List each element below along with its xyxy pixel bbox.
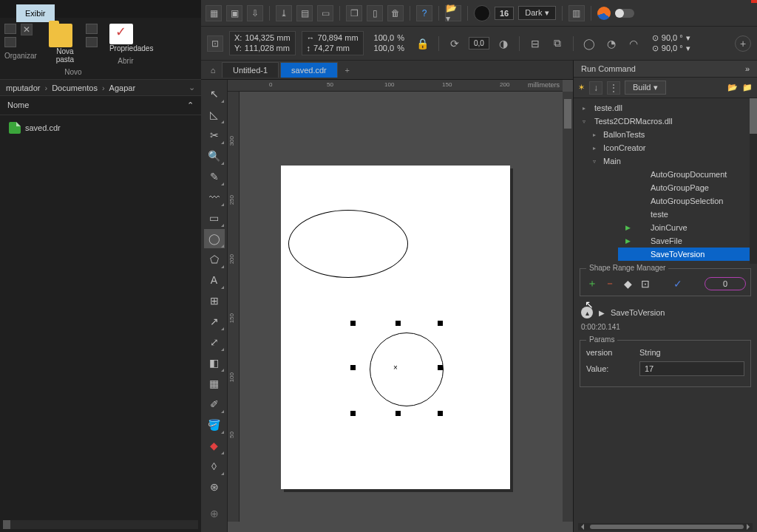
selection-handle[interactable] bbox=[396, 321, 401, 326]
canvas[interactable]: × bbox=[240, 92, 563, 522]
selection-handle[interactable] bbox=[350, 365, 356, 370]
add-tool-icon[interactable]: ⊕ bbox=[204, 504, 225, 523]
fill-tool[interactable]: 🪣 bbox=[204, 415, 225, 434]
ruler-horizontal[interactable]: 0 50 100 150 200 millimeters bbox=[228, 80, 563, 92]
tree-leaf-autogrouppage[interactable]: AutoGroupPage bbox=[574, 181, 757, 194]
pie-mode-icon[interactable]: ◔ bbox=[603, 35, 619, 52]
freehand-tool[interactable]: ✎ bbox=[204, 167, 225, 186]
plus-circle-icon[interactable]: + bbox=[735, 35, 751, 52]
crop-tool[interactable]: ✂ bbox=[204, 126, 225, 145]
outline-tool[interactable]: ◊ bbox=[204, 457, 225, 476]
delete-icon[interactable]: ✕ bbox=[21, 24, 33, 35]
tree-node-ballontests[interactable]: ▸BallonTests bbox=[574, 128, 757, 141]
param-value-input[interactable]: 17 bbox=[639, 361, 744, 376]
scale-box[interactable]: 100,0% 100,0% bbox=[370, 32, 409, 54]
sort-icon[interactable]: ↓ bbox=[589, 81, 602, 95]
tree-leaf-savefile[interactable]: ▶SaveFile bbox=[574, 234, 757, 248]
col-nome[interactable]: Nome bbox=[7, 100, 29, 110]
mirror-h-icon[interactable]: ◑ bbox=[495, 35, 512, 52]
selection-center-icon[interactable]: × bbox=[393, 364, 398, 372]
breadcrumb[interactable]: mputador› Documentos› Agapar ⌄ bbox=[0, 79, 201, 96]
polygon-tool[interactable]: ⬠ bbox=[204, 250, 225, 269]
collapse-icon[interactable]: ▴ bbox=[581, 307, 593, 318]
tab-add-icon[interactable]: + bbox=[339, 62, 356, 78]
tree-node-tests2cdr[interactable]: ▿Tests2CDRMacros.dll bbox=[574, 115, 757, 128]
shape-check-icon[interactable]: ✓ bbox=[671, 276, 685, 291]
tree-node-main[interactable]: ▿Main bbox=[574, 154, 757, 168]
tree-scrollbar[interactable] bbox=[750, 98, 757, 264]
close-hint[interactable] bbox=[751, 0, 757, 3]
dimension-tool[interactable]: ↗ bbox=[204, 312, 225, 331]
order-icon[interactable]: ⧉ bbox=[549, 35, 566, 52]
docker-hscroll[interactable] bbox=[578, 523, 753, 531]
tree-node-testedll[interactable]: ▸teste.dll bbox=[574, 101, 757, 115]
ellipse-shape[interactable] bbox=[288, 210, 408, 278]
tree-leaf-savetoversion[interactable]: SaveToVersion bbox=[618, 248, 757, 261]
open-folder2-icon[interactable]: 📁 bbox=[742, 83, 753, 92]
new-item-icon[interactable] bbox=[86, 24, 98, 34]
rotation-field[interactable]: 0,0 bbox=[469, 37, 489, 50]
filter-icon[interactable]: ⋮ bbox=[607, 81, 620, 95]
open-folder-icon[interactable]: 📂▾ bbox=[445, 5, 461, 21]
selection-handle[interactable] bbox=[350, 321, 356, 326]
open-folder-icon[interactable]: 📂 bbox=[727, 83, 738, 92]
copy-path-icon[interactable] bbox=[4, 37, 16, 47]
zoom-tool[interactable]: 🔍 bbox=[204, 146, 225, 166]
size-box[interactable]: ↔70,894 mm ↕74,27 mm bbox=[302, 31, 364, 55]
position-box[interactable]: X:104,325 mm Y:111,028 mm bbox=[229, 31, 296, 55]
angles-box[interactable]: ⊙90,0 °▾ ⊙90,0 °▾ bbox=[648, 32, 695, 54]
ellipse-tool[interactable]: ◯ bbox=[204, 229, 225, 248]
new-folder-button[interactable]: Nova pasta bbox=[49, 24, 81, 64]
export-icon[interactable]: ▤ bbox=[296, 5, 313, 21]
pin-icon[interactable] bbox=[4, 24, 16, 34]
shadow-tool[interactable]: ◧ bbox=[204, 353, 225, 372]
blend-tool[interactable]: ⊛ bbox=[204, 477, 225, 497]
selection-handle[interactable] bbox=[396, 411, 401, 416]
build-button[interactable]: Build ▾ bbox=[625, 81, 666, 95]
connector-tool[interactable]: ⤢ bbox=[204, 332, 225, 352]
theme-select[interactable]: Dark ▾ bbox=[518, 6, 555, 20]
shape-remove-icon[interactable]: － bbox=[602, 276, 617, 291]
tree-leaf-teste[interactable]: teste bbox=[574, 208, 757, 221]
help-icon[interactable]: ? bbox=[416, 5, 432, 21]
ruler-vertical[interactable]: 300 250 200 150 100 50 bbox=[228, 92, 240, 522]
column-header[interactable]: Nome ⌃ bbox=[0, 96, 201, 115]
shape-erase-icon[interactable]: ◆ bbox=[620, 276, 635, 291]
arc-mode-icon[interactable]: ◠ bbox=[625, 35, 642, 52]
home-tab-icon[interactable]: ⌂ bbox=[204, 62, 222, 78]
save-icon[interactable]: ⇩ bbox=[247, 5, 263, 21]
copy-icon[interactable]: ❐ bbox=[346, 5, 362, 21]
selection-handle[interactable] bbox=[350, 411, 356, 416]
text-tool[interactable]: A bbox=[204, 270, 225, 290]
rectangle-tool[interactable]: ▭ bbox=[204, 208, 225, 228]
new-icon[interactable]: ▦ bbox=[206, 5, 222, 21]
transparency-tool[interactable]: ▦ bbox=[204, 374, 225, 393]
tab-untitled[interactable]: Untitled-1 bbox=[222, 62, 279, 78]
star-icon[interactable]: ✶ bbox=[578, 83, 585, 92]
layout-icon[interactable]: ▥ bbox=[568, 5, 585, 21]
refresh-icon[interactable] bbox=[597, 7, 611, 20]
file-row[interactable]: saved.cdr bbox=[7, 120, 194, 136]
selection-handle[interactable] bbox=[438, 321, 443, 326]
toggle-switch[interactable] bbox=[615, 9, 634, 18]
clipboard-icon[interactable]: ▯ bbox=[367, 5, 383, 21]
crumb-agapar[interactable]: Agapar bbox=[109, 83, 135, 92]
import-icon[interactable]: ⤓ bbox=[276, 5, 292, 21]
explorer-hscroll[interactable] bbox=[3, 520, 198, 529]
align-icon[interactable]: ⊟ bbox=[527, 35, 543, 52]
run-play-icon[interactable]: ▶ bbox=[599, 309, 605, 317]
lock-ratio-icon[interactable]: 🔒 bbox=[415, 35, 431, 52]
canvas-vscroll[interactable] bbox=[563, 92, 573, 522]
tree-leaf-joincurve[interactable]: ▶JoinCurve bbox=[574, 221, 757, 234]
smart-fill-tool[interactable]: ◆ bbox=[204, 436, 225, 455]
crumb-documents[interactable]: Documentos bbox=[52, 83, 98, 92]
pick-tool[interactable]: ↖ bbox=[204, 84, 225, 103]
properties-button[interactable]: Propriedades bbox=[109, 24, 142, 52]
circle-shape-selected[interactable] bbox=[370, 332, 444, 406]
crumb-computer[interactable]: mputador bbox=[6, 83, 40, 92]
tree-node-iconcreator[interactable]: ▸IconCreator bbox=[574, 141, 757, 154]
menu-exibir[interactable]: Exibir bbox=[16, 4, 55, 22]
shape-tool[interactable]: ◺ bbox=[204, 105, 225, 124]
dark-circle-icon[interactable] bbox=[474, 5, 490, 21]
shape-add-icon[interactable]: ＋ bbox=[585, 276, 600, 291]
